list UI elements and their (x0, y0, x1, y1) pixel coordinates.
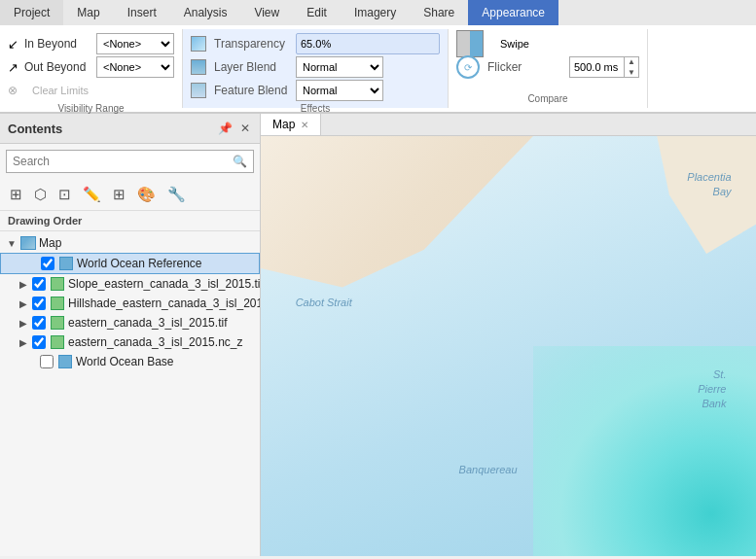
flicker-input[interactable] (570, 61, 624, 73)
tab-imagery[interactable]: Imagery (341, 0, 410, 25)
main-body: Contents 📌 ✕ 🔍 ⊞ ⬡ ⊡ ✏️ ⊞ 🎨 🔧 Drawing Or… (0, 114, 756, 556)
cabot-strait-label: Cabot Strait (296, 296, 352, 310)
map-tab[interactable]: Map ✕ (261, 114, 321, 135)
close-icon[interactable]: ✕ (238, 120, 252, 137)
st-pierre-bank-label: St.PierreBank (698, 367, 726, 412)
compare-label: Compare (456, 91, 639, 104)
ribbon: Project Map Insert Analysis View Edit Im… (0, 0, 756, 114)
wob-checkbox[interactable] (39, 355, 54, 368)
cylinder-btn[interactable]: ⬡ (30, 183, 51, 206)
hillshade-label: Hillshade_eastern_canada_3_isl_2015.tif (68, 297, 260, 310)
map-icon (19, 235, 37, 251)
wor-layer-icon (57, 256, 75, 271)
ec-ncz-expand-icon[interactable]: ▶ (16, 337, 31, 348)
slope-label: Slope_eastern_canada_3_isl_2015.tif (68, 277, 260, 291)
effects-label: Effects (191, 101, 440, 114)
map-tab-bar: Map ✕ (261, 114, 756, 136)
flicker-up[interactable]: ▲ (625, 56, 638, 67)
layer-world-ocean-reference[interactable]: World Ocean Reference (0, 253, 260, 274)
hillshade-expand-icon[interactable]: ▶ (16, 298, 31, 309)
tab-project[interactable]: Project (0, 0, 63, 25)
in-beyond-select[interactable]: <None> (96, 33, 174, 54)
layer-toolbar: ⊞ ⬡ ⊡ ✏️ ⊞ 🎨 🔧 (0, 179, 260, 211)
tab-view[interactable]: View (240, 0, 293, 25)
out-beyond-label: Out Beyond (24, 60, 92, 74)
layer-hillshade[interactable]: ▶ Hillshade_eastern_canada_3_isl_2015.ti… (0, 294, 260, 313)
grid-btn[interactable]: ⊞ (109, 183, 129, 206)
swipe-icon (456, 30, 484, 57)
in-beyond-icon: ↙ (8, 37, 18, 52)
layer-eastern-canada-tif[interactable]: ▶ eastern_canada_3_isl_2015.tif (0, 313, 260, 332)
ec-ncz-label: eastern_canada_3_isl_2015.nc_z (68, 335, 260, 349)
clear-limits-button[interactable]: Clear Limits (23, 80, 97, 101)
wor-checkbox[interactable] (40, 257, 55, 270)
transparency-input-box[interactable]: 65.0% (296, 33, 440, 54)
tab-analysis[interactable]: Analysis (170, 0, 241, 25)
compare-group: Swipe ⟳ Flicker ▲ ▼ (449, 29, 648, 108)
layer-blend-row: Layer Blend Normal (191, 56, 440, 78)
sidebar-title: Contents (8, 122, 62, 136)
ec-ncz-checkbox[interactable] (31, 335, 47, 349)
flicker-down[interactable]: ▼ (625, 67, 638, 78)
ec-tif-checkbox[interactable] (31, 316, 47, 330)
layer-slope[interactable]: ▶ Slope_eastern_canada_3_isl_2015.tif (0, 274, 260, 294)
tools-btn[interactable]: 🔧 (163, 183, 190, 206)
banquereau-label: Banquereau (459, 464, 518, 475)
transparency-icon (191, 36, 206, 52)
map-tab-close-btn[interactable]: ✕ (301, 120, 308, 130)
ribbon-content: ↙ In Beyond <None> ↗ Out Beyond <None> (0, 25, 756, 113)
search-bar: 🔍 (6, 150, 254, 173)
paint-btn[interactable]: 🎨 (133, 183, 160, 206)
placentia-bay-label: PlacentiaBay (687, 170, 731, 200)
flicker-arrows: ▲ ▼ (624, 56, 638, 78)
feature-blend-icon (191, 83, 206, 98)
out-beyond-select[interactable]: <None> (96, 56, 174, 78)
search-input[interactable] (7, 155, 227, 168)
map-expand-icon[interactable]: ▼ (4, 238, 19, 249)
hillshade-checkbox[interactable] (31, 297, 47, 310)
ec-ncz-layer-icon (49, 334, 66, 350)
visibility-range-label: Visibility Range (8, 101, 174, 114)
slope-expand-icon[interactable]: ▶ (16, 279, 31, 290)
tab-insert[interactable]: Insert (114, 0, 170, 25)
sidebar: Contents 📌 ✕ 🔍 ⊞ ⬡ ⊡ ✏️ ⊞ 🎨 🔧 Drawing Or… (0, 114, 261, 556)
search-button[interactable]: 🔍 (227, 155, 253, 168)
effects-group: Transparency 65.0% Layer Blend Normal (183, 29, 449, 108)
tab-edit[interactable]: Edit (293, 0, 341, 25)
hillshade-layer-icon (49, 296, 66, 311)
sidebar-header-icons: 📌 ✕ (216, 120, 252, 137)
feature-blend-label: Feature Blend (214, 84, 292, 97)
clear-limits-icon: ⊗ (8, 84, 18, 97)
pencil-btn[interactable]: ✏️ (79, 183, 105, 206)
layer-blend-select[interactable]: Normal (296, 56, 383, 78)
sidebar-header: Contents 📌 ✕ (0, 114, 260, 144)
flicker-label: Flicker (487, 60, 565, 74)
tab-appearance[interactable]: Appearance (468, 0, 558, 25)
layer-world-ocean-base[interactable]: World Ocean Base (0, 352, 260, 371)
wor-label: World Ocean Reference (77, 257, 259, 270)
feature-blend-select[interactable]: Normal (296, 80, 383, 101)
tree-map-node[interactable]: ▼ Map (0, 233, 260, 253)
slope-checkbox[interactable] (31, 277, 47, 291)
transparency-label: Transparency (214, 37, 292, 51)
effects-col: Transparency 65.0% Layer Blend Normal (191, 33, 440, 101)
filter-btn[interactable]: ⊡ (54, 183, 75, 206)
tab-map[interactable]: Map (63, 0, 113, 25)
visibility-range-col: ↙ In Beyond <None> ↗ Out Beyond <None> (8, 33, 174, 101)
list-view-btn[interactable]: ⊞ (6, 183, 26, 206)
in-beyond-label: In Beyond (24, 37, 92, 51)
swipe-button[interactable]: Swipe (491, 33, 538, 54)
layer-tree: ▼ Map World Ocean Reference ▶ (0, 231, 260, 556)
map-canvas[interactable]: Cabot Strait PlacentiaBay St.PierreBank … (261, 136, 756, 556)
transparency-input[interactable]: 65.0% (301, 38, 435, 50)
compare-content: Swipe ⟳ Flicker ▲ ▼ (456, 33, 639, 91)
layer-eastern-canada-ncz[interactable]: ▶ eastern_canada_3_isl_2015.nc_z (0, 332, 260, 352)
tab-share[interactable]: Share (410, 0, 468, 25)
transparency-row: Transparency 65.0% (191, 33, 440, 54)
ec-tif-label: eastern_canada_3_isl_2015.tif (68, 316, 260, 330)
flicker-icon: ⟳ (456, 55, 480, 79)
flicker-spinner[interactable]: ▲ ▼ (569, 56, 639, 78)
pin-icon[interactable]: 📌 (216, 120, 234, 137)
ec-tif-expand-icon[interactable]: ▶ (16, 318, 31, 329)
out-beyond-row: ↗ Out Beyond <None> (8, 56, 174, 78)
